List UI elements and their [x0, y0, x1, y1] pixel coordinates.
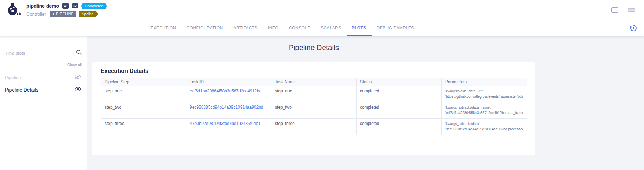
tab-scalars[interactable]: SCALARS	[316, 20, 347, 36]
plot-item-label: Pipeline	[5, 75, 21, 80]
cell-parameters: 'kwargs_artifacts/data_frame': 'edf6d1aa…	[442, 102, 527, 119]
tabs: EXECUTION CONFIGURATION ARTIFACTS INFO C…	[145, 20, 419, 36]
search-icon	[76, 50, 82, 57]
content-area: Show all Pipeline Pipeline Details P	[0, 36, 644, 170]
task-id-link[interactable]: edf6d1aa29864f58b3a567d2ce4912be	[186, 86, 271, 102]
parameter-key: 'kwargs_artifacts/data':	[445, 121, 523, 127]
parameter-value: 'edf6d1aa29864f58b3a567d2ce4912be.data_f…	[445, 110, 523, 116]
tab-artifacts[interactable]: ARTIFACTS	[228, 20, 263, 36]
parameter-key: 'kwargs/pickle_data_url':	[445, 88, 523, 94]
sidebar-item-pipeline-details[interactable]: Pipeline Details	[0, 84, 87, 96]
col-status: Status	[357, 78, 442, 86]
parameter-key: 'kwargs_artifacts/data_frame':	[445, 105, 523, 110]
cell-status: completed	[357, 86, 442, 102]
hamburger-menu-icon[interactable]	[628, 7, 635, 13]
plot-item-label: Pipeline Details	[5, 87, 39, 93]
table-row: step_one edf6d1aa29864f58b3a567d2ce4912b…	[101, 86, 527, 102]
brand: pipeline demo ID Completed Controller	[6, 2, 107, 18]
tab-plots[interactable]: PLOTS	[347, 20, 372, 36]
table-header-row: Pipeline Step Task ID Task Name Status P…	[101, 78, 527, 86]
task-id-link[interactable]: 47b0b92e98194f3fbe7be192485f6db1	[186, 119, 271, 135]
col-parameters: Parameters	[442, 78, 527, 86]
pipeline-title: pipeline demo	[26, 3, 59, 9]
cell-pipeline-step: step_two	[101, 102, 186, 119]
show-all-link[interactable]: Show all	[5, 63, 82, 67]
layout-panel-icon[interactable]	[611, 7, 618, 13]
tab-console[interactable]: CONSOLE	[284, 20, 315, 36]
plots-sidebar: Show all Pipeline Pipeline Details	[0, 36, 87, 170]
details-card-icon[interactable]	[62, 3, 69, 9]
cell-status: completed	[357, 119, 442, 135]
eye-icon[interactable]	[75, 87, 81, 93]
cell-pipeline-step: step_three	[101, 119, 186, 135]
find-plots-input[interactable]	[5, 50, 76, 56]
cell-status: completed	[357, 102, 442, 119]
system-tag-pipeline: PIPELINE	[50, 11, 76, 17]
status-badge: Completed	[81, 3, 107, 9]
id-badge[interactable]: ID	[72, 3, 78, 8]
tab-info[interactable]: INFO	[263, 20, 284, 36]
title-divider	[87, 59, 644, 59]
tab-bar: EXECUTION CONFIGURATION ARTIFACTS INFO C…	[0, 20, 644, 36]
controller-label: Controller	[26, 11, 46, 17]
cell-parameters: 'kwargs/pickle_data_url': 'https://githu…	[442, 86, 527, 102]
tab-execution[interactable]: EXECUTION	[145, 20, 181, 36]
app-header: pipeline demo ID Completed Controller	[0, 0, 644, 20]
col-pipeline-step: Pipeline Step	[101, 78, 186, 86]
page-title: Pipeline Details	[92, 43, 535, 52]
col-task-name: Task Name	[271, 78, 357, 86]
cell-task-name: step_one	[271, 86, 357, 102]
header-actions	[611, 7, 638, 13]
sidebar-item-pipeline[interactable]: Pipeline	[0, 71, 87, 84]
eye-off-icon[interactable]	[75, 74, 81, 80]
system-tag-label: PIPELINE	[56, 12, 74, 16]
cell-task-name: step_two	[271, 102, 357, 119]
tab-configuration[interactable]: CONFIGURATION	[181, 20, 228, 36]
table-row: step_two 9ec988385cd94b14a39c10914aa902b…	[101, 102, 527, 119]
table-row: step_three 47b0b92e98194f3fbe7be192485f6…	[101, 119, 527, 135]
app-logo-icon	[6, 2, 23, 18]
section-title: Execution Details	[101, 68, 527, 74]
plot-search	[5, 50, 82, 59]
col-task-id: Task ID	[186, 78, 271, 86]
cell-task-name: step_three	[271, 119, 357, 135]
title-block: pipeline demo ID Completed Controller	[26, 2, 107, 17]
user-tag-pipeline: pipeline	[79, 11, 98, 17]
top-chrome: pipeline demo ID Completed Controller	[0, 0, 644, 36]
parameter-value: 'https://github.com/allegroai/events/raw…	[445, 94, 523, 100]
execution-details-card: Execution Details Pipeline Step Task ID …	[92, 62, 535, 155]
parameter-value: '9ec988385cd94b14a39c10914aa902bd.proces…	[445, 127, 523, 132]
task-id-link[interactable]: 9ec988385cd94b14a39c10914aa902bd	[186, 102, 271, 119]
cell-parameters: 'kwargs_artifacts/data': '9ec988385cd94b…	[442, 119, 527, 135]
tab-debug-samples[interactable]: DEBUG SAMPLES	[372, 20, 419, 36]
chevron-right-icon	[52, 12, 55, 15]
execution-details-table: Pipeline Step Task ID Task Name Status P…	[101, 78, 527, 135]
auto-refresh-icon[interactable]	[629, 24, 638, 32]
cell-pipeline-step: step_one	[101, 86, 186, 102]
plots-panel: Pipeline Details Execution Details Pipel…	[87, 36, 644, 170]
